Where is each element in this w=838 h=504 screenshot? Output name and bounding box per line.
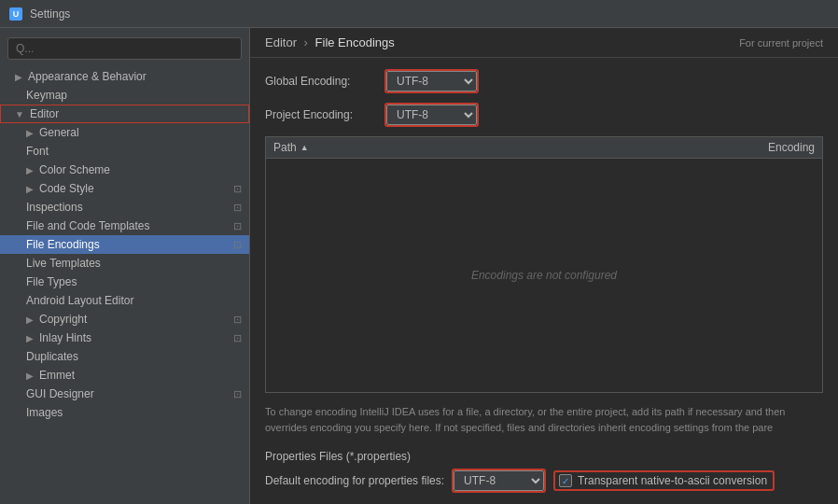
arrow-icon: ▼ (15, 109, 24, 119)
sidebar-item-label: File Encodings (26, 238, 100, 251)
info-text: To change encoding IntelliJ IDEA uses fo… (265, 400, 823, 439)
sidebar-item-file-encodings[interactable]: File Encodings⊡ (0, 235, 249, 254)
sidebar-item-file-code-templates[interactable]: File and Code Templates⊡ (0, 217, 249, 235)
breadcrumb-separator: › (304, 35, 308, 49)
breadcrumb-current: File Encodings (315, 35, 395, 49)
sidebar-item-label: GUI Designer (26, 387, 94, 400)
sidebar-item-emmet[interactable]: ▶Emmet (0, 366, 249, 385)
global-encoding-label: Global Encoding: (265, 75, 377, 88)
content-panel: Editor › File Encodings For current proj… (250, 28, 838, 504)
table-header: Path ▲ Encoding (266, 137, 822, 159)
transparent-conversion-label: Transparent native-to-ascii conversion (578, 474, 767, 487)
sidebar-item-label: Font (26, 145, 49, 158)
sidebar-item-code-style[interactable]: ▶Code Style⊡ (0, 179, 249, 198)
sidebar-item-live-templates[interactable]: Live Templates (0, 254, 249, 273)
sidebar-item-label: File Types (26, 275, 77, 288)
encodings-table: Path ▲ Encoding Encodings are not config… (265, 136, 823, 393)
sidebar-item-label: File and Code Templates (26, 219, 150, 232)
properties-encoding-select[interactable]: UTF-8 UTF-16 ISO-8859-1 ASCII (454, 470, 544, 491)
sidebar-item-keymap[interactable]: Keymap (0, 86, 249, 105)
sidebar-item-font[interactable]: Font (0, 142, 249, 161)
sidebar-item-label: Inspections (26, 201, 83, 214)
settings-icon: ⊡ (233, 388, 242, 400)
sidebar-item-images[interactable]: Images (0, 403, 249, 422)
sidebar-item-general[interactable]: ▶General (0, 123, 249, 142)
transparent-conversion-wrapper: ✓ Transparent native-to-ascii conversion (553, 470, 775, 491)
sidebar-item-label: Appearance & Behavior (28, 70, 147, 83)
global-encoding-select[interactable]: UTF-8 UTF-16 ISO-8859-1 ASCII (386, 71, 477, 91)
settings-icon: ⊡ (233, 314, 242, 326)
settings-icon: ⊡ (233, 332, 242, 344)
sidebar-item-android-layout[interactable]: Android Layout Editor (0, 291, 249, 310)
project-encoding-wrapper: UTF-8 UTF-16 ISO-8859-1 ASCII (384, 103, 479, 127)
sidebar-item-label: Code Style (39, 182, 94, 195)
search-input[interactable] (7, 37, 242, 60)
sidebar-item-inlay-hints[interactable]: ▶Inlay Hints⊡ (0, 329, 249, 347)
path-column-header: Path ▲ (273, 141, 703, 154)
content-body: Global Encoding: UTF-8 UTF-16 ISO-8859-1… (250, 58, 838, 504)
sidebar-item-label: Color Scheme (39, 163, 110, 176)
sidebar-item-label: Live Templates (26, 257, 101, 270)
sidebar: ▶Appearance & BehaviorKeymap▼Editor▶Gene… (0, 28, 250, 504)
sidebar-item-label: Keymap (26, 89, 67, 102)
title-bar: U Settings (0, 0, 838, 28)
project-encoding-row: Project Encoding: UTF-8 UTF-16 ISO-8859-… (265, 103, 823, 127)
sidebar-item-duplicates[interactable]: Duplicates (0, 347, 249, 366)
project-encoding-label: Project Encoding: (265, 108, 377, 121)
sidebar-item-label: General (39, 126, 79, 139)
for-current-label: For current project (739, 37, 823, 49)
project-encoding-select[interactable]: UTF-8 UTF-16 ISO-8859-1 ASCII (386, 105, 477, 125)
main-layout: ▶Appearance & BehaviorKeymap▼Editor▶Gene… (0, 28, 838, 504)
global-encoding-row: Global Encoding: UTF-8 UTF-16 ISO-8859-1… (265, 69, 823, 93)
sidebar-item-inspections[interactable]: Inspections⊡ (0, 198, 249, 217)
sidebar-item-file-types[interactable]: File Types (0, 273, 249, 291)
properties-section-title: Properties Files (*.properties) (265, 450, 823, 463)
arrow-icon: ▶ (26, 165, 34, 175)
properties-bottom-row: Default encoding for properties files: U… (265, 469, 823, 493)
settings-icon: ⊡ (233, 239, 242, 251)
settings-icon: ⊡ (233, 220, 242, 232)
global-encoding-wrapper: UTF-8 UTF-16 ISO-8859-1 ASCII (384, 69, 479, 93)
sidebar-item-label: Inlay Hints (39, 331, 91, 344)
table-body: Encodings are not configured (266, 159, 822, 392)
empty-message: Encodings are not configured (471, 269, 617, 282)
properties-encoding-wrapper: UTF-8 UTF-16 ISO-8859-1 ASCII (452, 469, 546, 493)
breadcrumb: Editor › File Encodings (265, 35, 395, 49)
sidebar-item-label: Android Layout Editor (26, 294, 133, 307)
encoding-column-header: Encoding (703, 141, 815, 154)
default-encoding-label: Default encoding for properties files: (265, 474, 444, 487)
transparent-conversion-checkbox[interactable]: ✓ (559, 474, 572, 487)
sidebar-item-copyright[interactable]: ▶Copyright⊡ (0, 310, 249, 329)
sidebar-item-appearance[interactable]: ▶Appearance & Behavior (0, 67, 249, 86)
breadcrumb-parent: Editor (265, 35, 297, 49)
sidebar-item-color-scheme[interactable]: ▶Color Scheme (0, 161, 249, 179)
sidebar-item-editor[interactable]: ▼Editor (0, 105, 249, 123)
arrow-icon: ▶ (26, 128, 34, 138)
sidebar-item-label: Images (26, 406, 63, 419)
arrow-icon: ▶ (26, 184, 34, 194)
app-icon: U (9, 7, 22, 21)
sidebar-item-label: Copyright (39, 313, 87, 326)
settings-icon: ⊡ (233, 183, 242, 195)
sidebar-item-label: Duplicates (26, 350, 78, 363)
arrow-icon: ▶ (26, 333, 34, 343)
sidebar-item-label: Editor (30, 107, 59, 120)
properties-section: Properties Files (*.properties) Default … (265, 446, 823, 493)
sidebar-item-label: Emmet (39, 369, 75, 382)
settings-icon: ⊡ (233, 202, 242, 214)
sidebar-item-gui-designer[interactable]: GUI Designer⊡ (0, 385, 249, 403)
content-header: Editor › File Encodings For current proj… (250, 28, 838, 58)
arrow-icon: ▶ (26, 371, 34, 381)
arrow-icon: ▶ (26, 315, 34, 325)
window-title: Settings (30, 7, 70, 21)
arrow-icon: ▶ (15, 72, 22, 82)
